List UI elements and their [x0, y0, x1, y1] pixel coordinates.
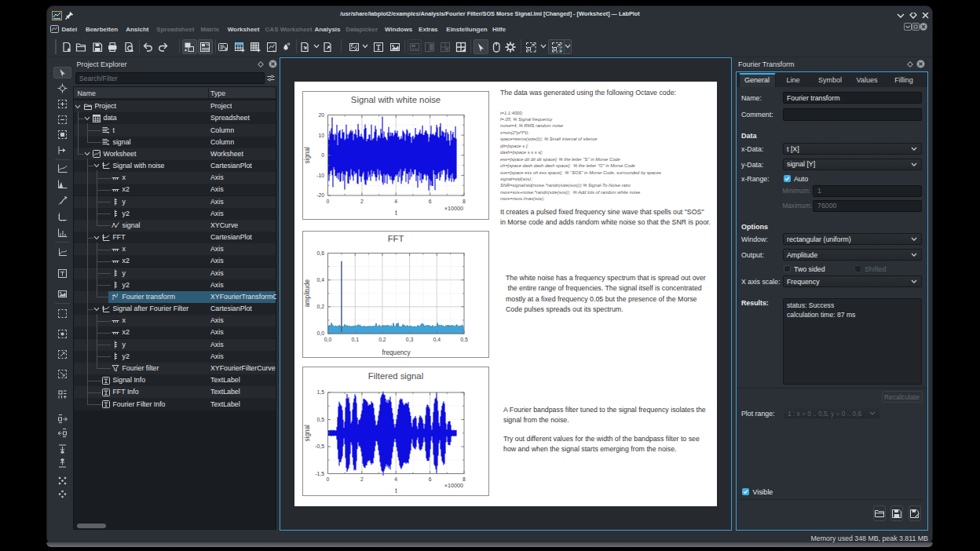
- svg-text:×10000: ×10000: [444, 482, 463, 489]
- svg-text:10: 10: [318, 133, 324, 138]
- svg-text:Signal with white noise: Signal with white noise: [351, 95, 441, 104]
- svg-text:0,5: 0,5: [460, 337, 468, 342]
- svg-text:0,4: 0,4: [317, 277, 325, 283]
- svg-text:-0,5: -0,5: [315, 443, 324, 449]
- svg-text:-10: -10: [316, 173, 324, 178]
- svg-text:frequency: frequency: [382, 349, 411, 356]
- svg-text:0,0: 0,0: [324, 337, 332, 342]
- svg-text:20: 20: [318, 112, 324, 118]
- svg-text:0,3: 0,3: [406, 337, 414, 342]
- svg-text:2: 2: [360, 476, 364, 482]
- svg-text:0,5: 0,5: [317, 417, 325, 422]
- svg-text:amplitude: amplitude: [304, 279, 311, 308]
- svg-text:×10000: ×10000: [444, 205, 463, 212]
- svg-text:0,2: 0,2: [378, 337, 386, 342]
- svg-text:8: 8: [463, 476, 466, 482]
- svg-text:6: 6: [429, 476, 432, 482]
- svg-text:2: 2: [360, 199, 364, 204]
- svg-text:1,5: 1,5: [317, 389, 325, 395]
- svg-text:-1,5: -1,5: [315, 471, 324, 476]
- svg-text:0,2: 0,2: [317, 304, 325, 309]
- svg-text:0,6: 0,6: [317, 250, 325, 256]
- svg-text:0: 0: [327, 199, 330, 204]
- svg-text:0: 0: [327, 476, 330, 482]
- svg-text:4: 4: [394, 199, 397, 204]
- svg-text:FFT: FFT: [388, 234, 404, 243]
- svg-text:Filtered signal: Filtered signal: [368, 371, 423, 381]
- svg-text:0,4: 0,4: [433, 337, 441, 342]
- svg-text:8: 8: [463, 199, 466, 204]
- svg-text:signal: signal: [304, 425, 311, 442]
- svg-text:-20: -20: [316, 192, 324, 198]
- svg-text:1: 1: [558, 46, 562, 53]
- svg-text:4: 4: [394, 476, 397, 482]
- svg-text:signal: signal: [304, 147, 311, 164]
- svg-text:0: 0: [321, 152, 324, 158]
- svg-text:0,0: 0,0: [317, 330, 325, 336]
- svg-text:6: 6: [429, 199, 432, 204]
- svg-text:0,1: 0,1: [351, 337, 359, 342]
